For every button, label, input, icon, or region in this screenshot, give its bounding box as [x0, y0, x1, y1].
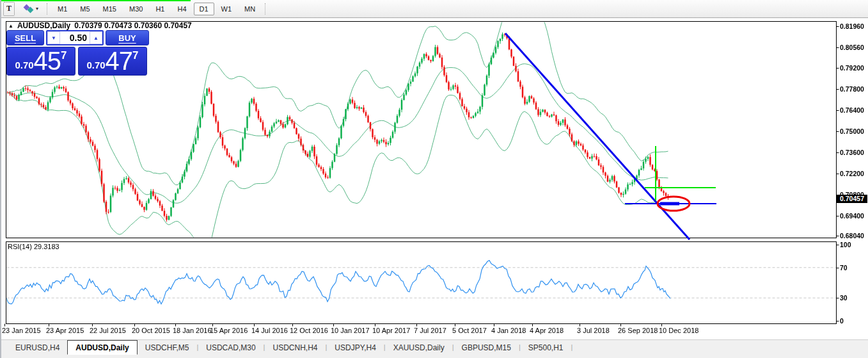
tf-button-m1[interactable]: M1: [52, 3, 73, 15]
chart-header: ▲ AUDUSD,Daily 0.70379 0.70473 0.70360 0…: [8, 21, 192, 30]
tab-gbpusd-m15[interactable]: GBPUSD,M15: [454, 341, 519, 354]
chevron-down-icon: ▾: [36, 6, 38, 12]
tab-usdchf-m5[interactable]: USDCHF,M5: [138, 341, 197, 354]
date-axis-label: 12 Oct 2016: [290, 327, 328, 334]
price-axis-label: 0.76400: [840, 106, 868, 114]
volume-increase-button[interactable]: ▲: [90, 31, 102, 44]
tab-usdcnh-h4[interactable]: USDCNH,H4: [265, 341, 325, 354]
date-axis-label: 26 Sep 2018: [618, 327, 658, 334]
buy-price-prefix: 0.70: [86, 60, 105, 70]
price-axis-label: 0.75000: [840, 127, 868, 135]
progress-line: [0, 0, 191, 1]
toolbar: T ▾ M1M5M15M30H1H4D1W1MN: [0, 0, 868, 18]
date-axis-label: 20 Oct 2015: [132, 327, 170, 334]
price-axis-label: 0.77800: [840, 85, 868, 93]
tf-button-h4[interactable]: H4: [171, 3, 192, 15]
price-axis-label: 0.69400: [840, 212, 868, 220]
current-price-badge: 0.70457: [837, 195, 867, 203]
date-axis-label: 22 Jul 2015: [90, 327, 126, 334]
chart-symbol-title: AUDUSD,Daily: [17, 21, 70, 30]
volume-stepper: ▼ ▲: [46, 30, 104, 45]
date-axis-label: 10 Jan 2017: [331, 327, 370, 334]
tab-xauusd-daily[interactable]: XAUUSD,Daily: [386, 341, 452, 354]
price-axis-label: 0.80560: [840, 44, 868, 51]
price-axis-label: 0.68040: [840, 232, 868, 240]
buy-price-main: 47: [106, 49, 133, 73]
tf-button-m5[interactable]: M5: [74, 3, 95, 15]
date-axis-label: 23 Apr 2015: [46, 327, 84, 334]
sell-price-display[interactable]: 0.70 45 7: [6, 47, 75, 76]
tab-eurusd-h4[interactable]: EURUSD,H4: [8, 341, 67, 354]
date-axis-label: 10 Dec 2018: [659, 327, 698, 334]
one-click-trade-panel: SELL ▼ ▲ BUY 0.70 45 7 0.70 47 7: [6, 30, 148, 76]
sell-price-main: 45: [34, 49, 61, 73]
rsi-axis-label: 70: [840, 264, 868, 272]
price-axis-label: 0.81960: [840, 22, 868, 30]
date-axis-label: 3 Jul 2018: [577, 327, 610, 334]
tf-button-h1[interactable]: H1: [150, 3, 170, 15]
tf-button-mn[interactable]: MN: [239, 3, 261, 15]
toolbar-separator: [265, 3, 266, 15]
window-left-border: [0, 0, 1, 358]
date-axis-label: 15 Apr 2016: [210, 327, 248, 334]
chart-ohlc-values: 0.70379 0.70473 0.70360 0.70457: [74, 21, 192, 30]
price-axis-label: 0.73600: [840, 149, 868, 156]
tf-button-d1[interactable]: D1: [194, 3, 214, 15]
price-axis-label: 0.79200: [840, 64, 868, 72]
tf-button-w1[interactable]: W1: [216, 3, 238, 15]
tab-usdjpy-h4[interactable]: USDJPY,H4: [327, 341, 383, 354]
tab-sp500-h1[interactable]: SP500,H1: [521, 341, 571, 354]
date-axis-label: 5 Oct 2017: [452, 327, 487, 334]
buy-price-pip: 7: [132, 49, 138, 62]
tf-button-m15[interactable]: M15: [97, 3, 122, 15]
timeframe-buttons: M1M5M15M30H1H4D1W1MN: [52, 3, 261, 15]
date-axis-label: 4 Apr 2018: [530, 327, 564, 334]
date-axis-label: 7 Jul 2017: [414, 327, 446, 334]
date-axis-label: 23 Jan 2015: [2, 327, 41, 334]
text-tool-button[interactable]: T: [3, 2, 15, 16]
mt4-window: T ▾ M1M5M15M30H1H4D1W1MN ▲ AUDUSD,Daily …: [0, 0, 868, 358]
rsi-axis-label: 0: [840, 317, 868, 325]
volume-decrease-button[interactable]: ▼: [47, 31, 60, 44]
toolbar-separator: [47, 3, 48, 15]
drawing-tools-button[interactable]: ▾: [20, 2, 43, 16]
tab-separator: |: [571, 343, 572, 351]
tab-audusd-daily[interactable]: AUDUSD,Daily: [67, 340, 137, 355]
symbol-tabs-bar: EURUSD,H4AUDUSD,DailyUSDCHF,M5|USDCAD,M3…: [0, 339, 868, 358]
sell-price-prefix: 0.70: [15, 60, 33, 70]
sell-price-pip: 7: [61, 49, 67, 62]
date-axis-label: 4 Jan 2018: [491, 327, 526, 334]
sell-button[interactable]: SELL: [6, 30, 44, 45]
date-axis-label: 10 Apr 2017: [372, 327, 410, 334]
tab-usdcad-m30[interactable]: USDCAD,M30: [198, 341, 263, 354]
volume-input[interactable]: [60, 31, 90, 44]
rsi-axis-label: 30: [840, 294, 868, 302]
date-axis-label: 18 Jan 2016: [173, 327, 212, 334]
price-axis-label: 0.72200: [840, 170, 868, 177]
rsi-axis-label: 100: [840, 241, 868, 248]
buy-price-display[interactable]: 0.70 47 7: [78, 47, 147, 76]
buy-button[interactable]: BUY: [106, 30, 149, 45]
date-axis-label: 14 Jul 2016: [251, 327, 288, 334]
rsi-indicator-label: RSI(14) 29.3183: [8, 243, 59, 250]
tf-button-m30[interactable]: M30: [123, 3, 148, 15]
collapse-arrow-icon[interactable]: ▲: [8, 23, 13, 29]
